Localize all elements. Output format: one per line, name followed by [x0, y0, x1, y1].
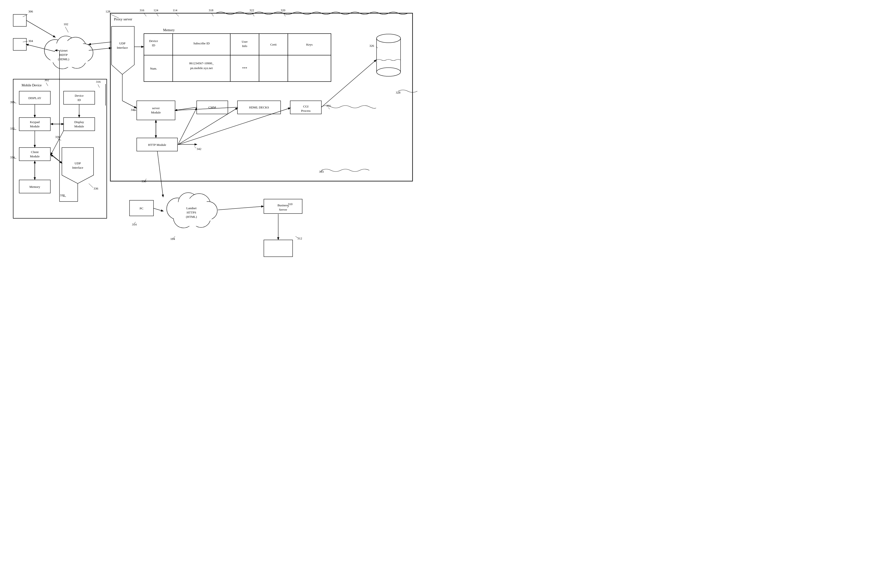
- svg-rect-89: [264, 240, 292, 257]
- svg-text:334: 334: [10, 156, 15, 159]
- svg-text:Num.: Num.: [150, 67, 157, 70]
- svg-text:114: 114: [173, 8, 177, 12]
- svg-line-153: [46, 83, 48, 86]
- svg-text:Airnet: Airnet: [60, 49, 67, 52]
- svg-text:ID: ID: [152, 44, 155, 47]
- svg-text:Server: Server: [279, 208, 287, 212]
- svg-line-96: [122, 101, 136, 108]
- svg-text:server: server: [152, 106, 160, 110]
- svg-text:Interface: Interface: [72, 166, 83, 170]
- svg-line-136: [156, 13, 158, 16]
- svg-text:395: 395: [10, 100, 15, 104]
- svg-text:326: 326: [369, 44, 374, 48]
- svg-text:User: User: [242, 40, 248, 44]
- svg-text:Mobile Device: Mobile Device: [22, 84, 42, 87]
- svg-line-140: [211, 13, 213, 16]
- svg-text:304: 304: [28, 39, 33, 43]
- svg-text:Info: Info: [242, 44, 247, 48]
- svg-point-41: [376, 68, 400, 76]
- svg-text:312: 312: [297, 237, 302, 240]
- svg-text:128: 128: [105, 10, 110, 13]
- svg-text:Memory: Memory: [163, 28, 175, 32]
- svg-text:UDP: UDP: [119, 42, 126, 45]
- svg-text:102: 102: [64, 22, 68, 26]
- svg-text:124: 124: [153, 8, 158, 12]
- svg-rect-3: [144, 34, 331, 82]
- svg-text:302: 302: [44, 78, 49, 82]
- svg-line-167: [89, 183, 93, 188]
- svg-text:Module: Module: [74, 124, 84, 128]
- svg-line-134: [144, 13, 146, 16]
- svg-text:PC: PC: [139, 207, 144, 210]
- svg-rect-27: [137, 101, 175, 120]
- svg-line-169: [98, 84, 99, 88]
- svg-text:Proxy server: Proxy server: [114, 17, 132, 21]
- svg-line-93: [89, 42, 111, 44]
- svg-text:322: 322: [249, 8, 254, 12]
- svg-text:(HTML): (HTML): [186, 215, 197, 219]
- svg-text:Memory: Memory: [30, 185, 40, 189]
- svg-text:***: ***: [242, 67, 247, 70]
- svg-text:316: 316: [139, 8, 144, 12]
- svg-line-121: [218, 206, 263, 210]
- svg-text:pn.mobile.xyz.net: pn.mobile.xyz.net: [190, 66, 213, 70]
- svg-text:Client: Client: [31, 150, 39, 154]
- svg-line-101: [178, 108, 290, 145]
- svg-line-119: [51, 155, 62, 163]
- svg-text:861234567-10900_: 861234567-10900_: [189, 62, 214, 65]
- svg-rect-39: [376, 38, 400, 72]
- svg-line-151: [194, 146, 196, 148]
- svg-text:UDP: UDP: [75, 162, 81, 165]
- svg-line-90: [26, 20, 55, 37]
- svg-text:Module: Module: [151, 111, 161, 114]
- svg-text:HDTP: HDTP: [60, 53, 67, 57]
- svg-text:332: 332: [10, 127, 15, 130]
- svg-point-40: [376, 34, 400, 43]
- svg-text:340: 340: [131, 108, 135, 111]
- svg-text:Landnet: Landnet: [186, 206, 197, 210]
- svg-text:316: 316: [96, 80, 101, 84]
- svg-text:HTTPS: HTTPS: [187, 211, 196, 214]
- svg-text:Process: Process: [301, 109, 310, 112]
- diagram: Proxy server Memory Device ID Subscribe …: [0, 0, 437, 294]
- svg-text:ID: ID: [78, 98, 81, 102]
- svg-line-115: [51, 131, 64, 155]
- svg-text:306: 306: [28, 10, 33, 13]
- svg-rect-53: [13, 38, 26, 50]
- svg-rect-61: [19, 117, 50, 131]
- svg-text:Keypad: Keypad: [30, 120, 40, 124]
- svg-text:HDML DECKS: HDML DECKS: [249, 105, 269, 109]
- svg-text:338: 338: [55, 135, 60, 139]
- svg-text:CGI: CGI: [303, 105, 309, 108]
- svg-text:320: 320: [280, 8, 285, 12]
- svg-line-179: [328, 108, 330, 109]
- svg-text:Module: Module: [30, 154, 40, 158]
- svg-line-99: [178, 108, 197, 145]
- svg-text:393: 393: [319, 170, 324, 174]
- svg-text:HTTP Module: HTTP Module: [148, 143, 166, 147]
- svg-rect-64: [64, 117, 95, 131]
- svg-text:Display: Display: [74, 120, 84, 124]
- svg-line-138: [175, 13, 179, 16]
- svg-text:Subscribe ID: Subscribe ID: [193, 42, 210, 45]
- svg-line-130: [65, 27, 68, 32]
- svg-text:DISPLAY: DISPLAY: [28, 96, 41, 100]
- svg-line-105: [157, 151, 163, 197]
- svg-text:Certi: Certi: [270, 43, 277, 46]
- svg-text:328: 328: [396, 91, 400, 94]
- svg-text:318: 318: [209, 8, 213, 12]
- svg-text:Module: Module: [30, 124, 40, 128]
- svg-text:314: 314: [132, 223, 137, 226]
- svg-rect-52: [13, 14, 26, 26]
- svg-text:Device: Device: [75, 94, 84, 98]
- svg-line-120: [153, 208, 163, 211]
- svg-text:Device: Device: [149, 39, 158, 43]
- svg-text:342: 342: [197, 147, 201, 151]
- svg-text:Keys: Keys: [306, 43, 313, 46]
- svg-text:336: 336: [93, 187, 98, 190]
- svg-text:Business: Business: [277, 203, 289, 207]
- svg-text:Interface: Interface: [117, 46, 128, 50]
- svg-rect-67: [19, 147, 50, 161]
- svg-point-48: [48, 41, 91, 67]
- svg-rect-58: [64, 91, 95, 104]
